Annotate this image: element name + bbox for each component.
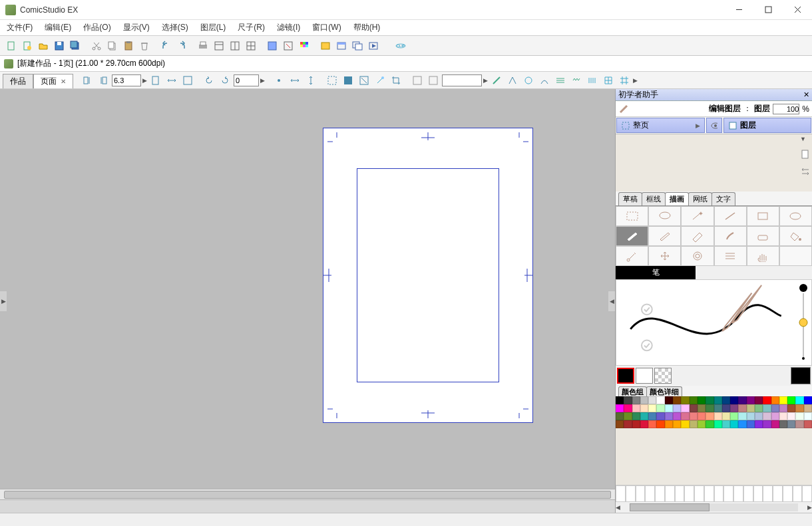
palette-cell[interactable]: [648, 412, 656, 420]
palette-cell[interactable]: [681, 404, 689, 412]
menu-item[interactable]: 滤镜(I): [274, 21, 303, 35]
palette-cell[interactable]: [714, 404, 722, 412]
palette-cell[interactable]: [698, 396, 706, 404]
background-swatch[interactable]: [636, 368, 653, 384]
chevron-down-icon[interactable]: ▼: [800, 136, 811, 142]
chevron-right-icon[interactable]: ▶: [633, 77, 638, 84]
palette-cell[interactable]: [787, 420, 795, 428]
tool-eyedrop[interactable]: [616, 246, 648, 266]
palette-cell[interactable]: [616, 396, 624, 404]
palette-cell[interactable]: [673, 396, 681, 404]
palette-cell[interactable]: [795, 404, 803, 412]
color-grid-button[interactable]: [297, 39, 311, 53]
menu-item[interactable]: 帮助(H): [351, 21, 383, 35]
palette-cell[interactable]: [747, 396, 755, 404]
tool-wand[interactable]: [681, 206, 713, 226]
ruler-1-button[interactable]: [489, 73, 504, 88]
close-button[interactable]: [783, 0, 812, 19]
menu-item[interactable]: 编辑(E): [42, 21, 74, 35]
view-2-button[interactable]: [426, 73, 441, 88]
palette-cell[interactable]: [616, 420, 624, 428]
palette-cell[interactable]: [804, 396, 812, 404]
palette-cell[interactable]: [640, 420, 648, 428]
tool-pencil[interactable]: [648, 226, 681, 246]
tool-line[interactable]: [714, 206, 747, 226]
palette-cell[interactable]: [804, 404, 812, 412]
ruler-3-button[interactable]: [521, 73, 536, 88]
palette-cell[interactable]: [706, 396, 713, 404]
palette-cell[interactable]: [763, 396, 771, 404]
palette-cell[interactable]: [738, 420, 746, 428]
tool-pen[interactable]: [616, 226, 648, 246]
palette-cell[interactable]: [690, 396, 698, 404]
palette-cell[interactable]: [681, 396, 689, 404]
palette-cell[interactable]: [795, 420, 803, 428]
palette-cell[interactable]: [771, 412, 779, 420]
palette-cell[interactable]: [771, 420, 779, 428]
tool-eraser[interactable]: [747, 226, 779, 246]
visibility-toggle[interactable]: [706, 118, 722, 133]
rotate-input[interactable]: [234, 74, 259, 86]
tool-tab[interactable]: 文字: [711, 192, 735, 205]
canvas[interactable]: [0, 89, 615, 489]
palette-cell[interactable]: [714, 420, 722, 428]
collapse-right-button[interactable]: ◀: [608, 291, 615, 311]
play-button[interactable]: [366, 39, 381, 53]
palette-cell[interactable]: [755, 412, 763, 420]
tool-fill[interactable]: [779, 226, 812, 246]
tool-hand[interactable]: [747, 246, 779, 266]
ruler-4-button[interactable]: [537, 73, 552, 88]
foreground-swatch[interactable]: [617, 368, 634, 384]
palette-cell[interactable]: [665, 396, 673, 404]
save-all-button[interactable]: [68, 39, 83, 53]
layout-1-button[interactable]: [212, 39, 226, 53]
palette-cell[interactable]: [804, 420, 812, 428]
palette-cell[interactable]: [673, 404, 681, 412]
minimize-button[interactable]: [724, 0, 753, 19]
palette-cell[interactable]: [690, 404, 698, 412]
palette-cell[interactable]: [624, 396, 632, 404]
palette-cell[interactable]: [640, 412, 648, 420]
palette-cell[interactable]: [722, 420, 730, 428]
palette-cell[interactable]: [795, 396, 803, 404]
tab-page[interactable]: 页面✕: [33, 74, 73, 88]
page-prev-button[interactable]: [80, 73, 95, 88]
deselect-button[interactable]: [357, 73, 371, 88]
paste-button[interactable]: [121, 39, 136, 53]
maximize-button[interactable]: [753, 0, 783, 19]
menu-item[interactable]: 文件(F): [4, 21, 35, 35]
brush-size-slider[interactable]: [795, 280, 811, 365]
menu-item[interactable]: 尺子(R): [235, 21, 268, 35]
tool-lasso[interactable]: [648, 206, 681, 226]
open-button[interactable]: [36, 39, 51, 53]
redo-button[interactable]: [174, 39, 189, 53]
palette-cell[interactable]: [730, 396, 738, 404]
grid-button[interactable]: [601, 73, 616, 88]
palette-cell[interactable]: [681, 420, 689, 428]
palette-cell[interactable]: [722, 412, 730, 420]
view-1-button[interactable]: [410, 73, 425, 88]
tool-blur[interactable]: [681, 246, 713, 266]
palette-cell[interactable]: [624, 404, 632, 412]
color-history[interactable]: [616, 485, 812, 502]
grid-1-button[interactable]: [265, 39, 280, 53]
arrow-v-button[interactable]: [304, 73, 318, 88]
palette-cell[interactable]: [632, 396, 640, 404]
palette-cell[interactable]: [747, 420, 755, 428]
arrow-h-button[interactable]: [288, 73, 302, 88]
tool-marquee[interactable]: [616, 206, 648, 226]
menu-item[interactable]: 窗口(W): [309, 21, 343, 35]
palette-cell[interactable]: [787, 396, 795, 404]
palette-cell[interactable]: [722, 396, 730, 404]
palette-cell[interactable]: [779, 396, 787, 404]
palette-cell[interactable]: [771, 404, 779, 412]
palette-cell[interactable]: [624, 420, 632, 428]
undo-button[interactable]: [158, 39, 173, 53]
palette-cell[interactable]: [648, 404, 656, 412]
grid-2-button[interactable]: [281, 39, 296, 53]
palette-cell[interactable]: [673, 412, 681, 420]
palette-cell[interactable]: [656, 412, 664, 420]
palette-cell[interactable]: [771, 396, 779, 404]
palette-cell[interactable]: [648, 396, 656, 404]
ruler-2-button[interactable]: [505, 73, 520, 88]
